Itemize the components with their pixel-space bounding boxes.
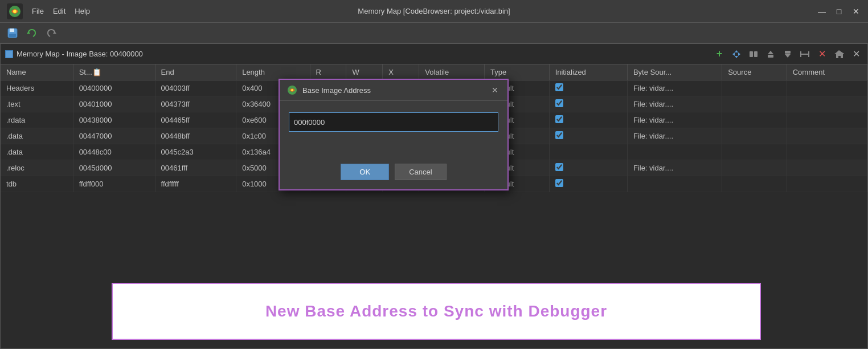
dialog-title-bar: Base Image Address ✕ xyxy=(280,80,507,101)
dialog-close-button[interactable]: ✕ xyxy=(489,84,501,96)
svg-point-13 xyxy=(291,89,293,91)
address-input[interactable] xyxy=(289,112,498,132)
dialog-icon xyxy=(286,84,298,96)
ok-button[interactable]: OK xyxy=(341,164,389,180)
dialog-buttons: OK Cancel xyxy=(280,164,507,189)
dialog-spacer xyxy=(289,132,498,155)
annotation-text: New Base Address to Sync with Debugger xyxy=(265,302,607,320)
dialog-title-left: Base Image Address xyxy=(286,84,371,96)
cancel-button[interactable]: Cancel xyxy=(395,164,446,180)
dialog-body xyxy=(280,101,507,164)
dialog-title-text: Base Image Address xyxy=(302,86,371,95)
base-image-address-dialog: Base Image Address ✕ OK Cancel xyxy=(279,79,509,190)
annotation-box: New Base Address to Sync with Debugger xyxy=(112,283,761,340)
